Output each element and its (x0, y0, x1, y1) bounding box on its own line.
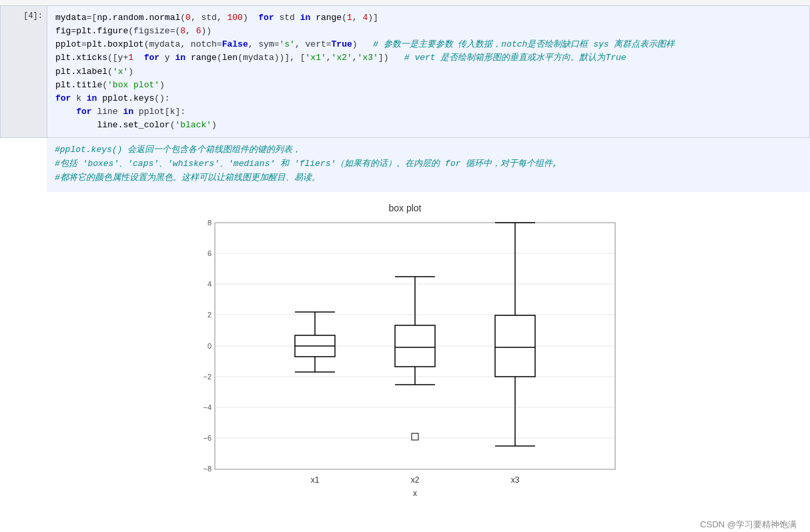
svg-text:−8: −8 (203, 465, 212, 473)
svg-rect-31 (412, 433, 418, 440)
svg-text:0: 0 (208, 342, 212, 350)
code-line-5: plt.xlabel('x') (55, 65, 801, 79)
svg-text:4: 4 (208, 280, 212, 288)
code-cell: [4]: mydata=[np.random.normal(0, std, 10… (0, 5, 810, 138)
svg-text:8: 8 (208, 219, 212, 227)
comment-line-2: #包括 'boxes'、'caps'、'whiskers'、'medians' … (55, 157, 802, 171)
code-line-9: line.set_color('black') (55, 119, 801, 132)
plot-area: 8 6 4 2 0 −2 −4 −6 −8 (178, 216, 632, 503)
page-container: [4]: mydata=[np.random.normal(0, std, 10… (0, 5, 810, 532)
comment-block: #pplot.keys() 会返回一个包含各个箱线图组件的键的列表， #包括 '… (47, 138, 810, 191)
x-label-1: x1 (311, 475, 320, 485)
cell-content: mydata=[np.random.normal(0, std, 100) fo… (47, 6, 809, 137)
x-axis-title: x (413, 489, 417, 498)
code-line-8: for line in pplot[k]: (55, 105, 801, 119)
x-label-2: x2 (411, 475, 420, 485)
code-line-1: mydata=[np.random.normal(0, std, 100) fo… (55, 11, 801, 25)
cell-label: [4]: (23, 11, 43, 21)
code-line-4: plt.xticks([y+1 for y in range(len(mydat… (55, 51, 801, 65)
plot-container: box plot 8 6 4 2 0 −2 (178, 203, 632, 503)
code-line-6: plt.title('box plot') (55, 79, 801, 92)
svg-text:6: 6 (208, 249, 212, 257)
svg-text:−2: −2 (203, 373, 212, 381)
svg-text:−6: −6 (203, 434, 212, 442)
svg-text:2: 2 (208, 311, 212, 319)
cell-gutter: [4]: (1, 6, 47, 137)
comment-line-3: #都将它的颜色属性设置为黑色。这样可以让箱线图更加醒目、易读。 (55, 171, 802, 185)
comment-line-1: #pplot.keys() 会返回一个包含各个箱线图组件的键的列表， (55, 143, 802, 157)
svg-text:−4: −4 (203, 403, 212, 411)
x-label-3: x3 (511, 475, 520, 485)
code-line-3: pplot=plt.boxplot(mydata, notch=False, s… (55, 38, 801, 51)
code-line-7: for k in pplot.keys(): (55, 92, 801, 105)
plot-title: box plot (178, 203, 632, 213)
svg-rect-27 (395, 325, 435, 367)
svg-rect-34 (495, 315, 535, 377)
watermark: CSDN @学习要精神饱满 (700, 519, 797, 531)
code-line-2: fig=plt.figure(figsize=(8, 6)) (55, 25, 801, 38)
chart-svg: 8 6 4 2 0 −2 −4 −6 −8 (178, 216, 632, 503)
